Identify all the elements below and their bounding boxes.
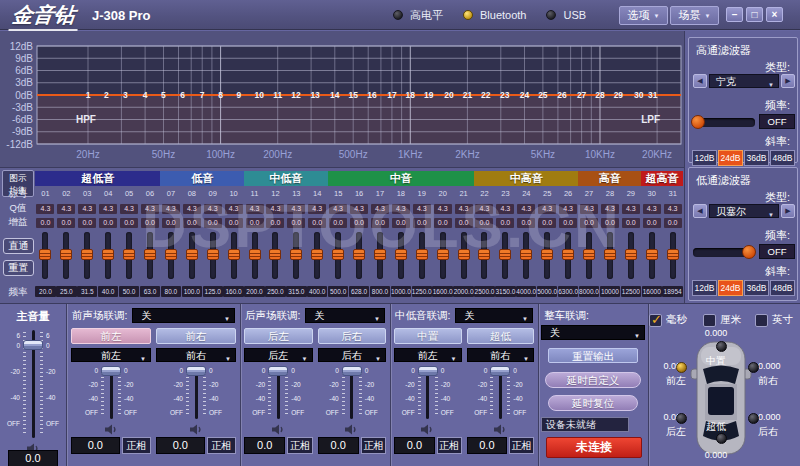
eq-fader-knob[interactable] bbox=[123, 249, 135, 260]
fader-knob[interactable] bbox=[186, 366, 206, 376]
hpf-slope-12dB[interactable]: 12dB bbox=[692, 150, 717, 166]
link-mode-select[interactable]: 关▼ bbox=[455, 308, 533, 323]
fader-knob[interactable] bbox=[490, 366, 510, 376]
eq-bypass-button[interactable]: 直通 bbox=[3, 238, 34, 254]
eq-fader-knob[interactable] bbox=[290, 249, 302, 260]
eq-fader-knob[interactable] bbox=[437, 249, 449, 260]
channel-select-button[interactable]: 中置 bbox=[394, 328, 462, 344]
channel-source-select[interactable]: 前右▼ bbox=[156, 348, 236, 362]
link-mode-select[interactable]: 关▼ bbox=[305, 308, 385, 323]
eq-fader-knob[interactable] bbox=[458, 249, 470, 260]
channel-source-select[interactable]: 前左▼ bbox=[71, 348, 151, 362]
channel-select-button[interactable]: 后右 bbox=[318, 328, 387, 344]
channel-select-button[interactable]: 前左 bbox=[71, 328, 151, 344]
channel-source-select[interactable]: 后右▼ bbox=[318, 348, 387, 362]
scenes-menu-button[interactable]: 场景 ▼ bbox=[670, 6, 719, 25]
unit-inch-checkbox[interactable] bbox=[755, 314, 768, 327]
delay-point-dot[interactable] bbox=[676, 362, 687, 373]
eq-fader-knob[interactable] bbox=[395, 249, 407, 260]
eq-fader-knob[interactable] bbox=[311, 249, 323, 260]
mute-speaker-icon[interactable] bbox=[494, 424, 507, 435]
hpf-type-next-button[interactable]: ▶ bbox=[781, 74, 795, 88]
lpf-slope-12dB[interactable]: 12dB bbox=[692, 280, 717, 296]
delay-point-dot[interactable] bbox=[716, 341, 727, 352]
eq-fader-knob[interactable] bbox=[144, 249, 156, 260]
channel-source-select[interactable]: 后左▼ bbox=[244, 348, 313, 362]
channel-select-button[interactable]: 前右 bbox=[156, 328, 236, 344]
vehicle-link-select[interactable]: 关 ▼ bbox=[541, 325, 645, 340]
mute-speaker-icon[interactable] bbox=[345, 424, 358, 435]
eq-response-graph[interactable]: 12dB9dB6dB3dB0dB-3dB-6dB-9dB-12dB20Hz50H… bbox=[0, 32, 684, 166]
link-mode-select[interactable]: 关▼ bbox=[132, 308, 235, 323]
lpf-type-prev-button[interactable]: ◀ bbox=[693, 204, 707, 218]
eq-fader-knob[interactable] bbox=[228, 249, 240, 260]
channel-select-button[interactable]: 后左 bbox=[244, 328, 313, 344]
phase-button[interactable]: 正相 bbox=[361, 437, 386, 454]
mute-speaker-icon[interactable] bbox=[190, 424, 203, 435]
eq-reset-button[interactable]: 重置 bbox=[3, 260, 34, 276]
eq-fader-knob[interactable] bbox=[249, 249, 261, 260]
eq-fader-knob[interactable] bbox=[520, 249, 532, 260]
delay-reset-button[interactable]: 延时复位 bbox=[548, 395, 638, 411]
eq-fader-knob[interactable] bbox=[374, 249, 386, 260]
eq-fader-knob[interactable] bbox=[646, 249, 658, 260]
unit-cm-checkbox[interactable] bbox=[703, 314, 716, 327]
phase-button[interactable]: 正相 bbox=[207, 437, 236, 454]
fader-knob[interactable] bbox=[418, 366, 438, 376]
eq-fader-knob[interactable] bbox=[478, 249, 490, 260]
reset-output-button[interactable]: 重置输出 bbox=[548, 348, 638, 363]
delay-point-dot[interactable] bbox=[748, 413, 759, 424]
fader-knob[interactable] bbox=[23, 340, 43, 350]
mute-speaker-icon[interactable] bbox=[105, 424, 118, 435]
eq-fader-knob[interactable] bbox=[353, 249, 365, 260]
hpf-freq-slider-knob[interactable] bbox=[691, 115, 705, 129]
eq-fader-knob[interactable] bbox=[269, 249, 281, 260]
lpf-slope-24dB[interactable]: 24dB bbox=[718, 280, 743, 296]
delay-point-dot[interactable] bbox=[716, 433, 727, 444]
eq-fader-knob[interactable] bbox=[81, 249, 93, 260]
eq-fader-knob[interactable] bbox=[102, 249, 114, 260]
eq-fader-knob[interactable] bbox=[625, 249, 637, 260]
lpf-slope-36dB[interactable]: 36dB bbox=[744, 280, 769, 296]
connect-button[interactable]: 未连接 bbox=[546, 437, 642, 458]
hpf-slope-36dB[interactable]: 36dB bbox=[744, 150, 769, 166]
fader-knob[interactable] bbox=[342, 366, 362, 376]
hpf-type-prev-button[interactable]: ◀ bbox=[693, 74, 707, 88]
delay-custom-button[interactable]: 延时自定义 bbox=[545, 372, 641, 388]
hpf-type-select[interactable]: 宁克 ▼ bbox=[709, 74, 779, 88]
mute-speaker-icon[interactable] bbox=[272, 424, 285, 435]
hpf-slope-24dB[interactable]: 24dB bbox=[718, 150, 743, 166]
window-maximize-button[interactable]: □ bbox=[746, 7, 763, 22]
eq-fader-knob[interactable] bbox=[332, 249, 344, 260]
hpf-slope-48dB[interactable]: 48dB bbox=[770, 150, 795, 166]
eq-fader-knob[interactable] bbox=[165, 249, 177, 260]
lpf-freq-slider-knob[interactable] bbox=[742, 245, 756, 259]
mute-speaker-icon[interactable] bbox=[421, 424, 434, 435]
channel-source-select[interactable]: 前左▼ bbox=[394, 348, 462, 362]
delay-point-dot[interactable] bbox=[748, 362, 759, 373]
lpf-slope-48dB[interactable]: 48dB bbox=[770, 280, 795, 296]
window-close-button[interactable]: × bbox=[766, 7, 783, 22]
fader-knob[interactable] bbox=[268, 366, 288, 376]
eq-fader-knob[interactable] bbox=[583, 249, 595, 260]
lpf-type-next-button[interactable]: ▶ bbox=[781, 204, 795, 218]
eq-fader-knob[interactable] bbox=[499, 249, 511, 260]
window-minimize-button[interactable]: – bbox=[726, 7, 743, 22]
eq-fader-knob[interactable] bbox=[39, 249, 51, 260]
phase-button[interactable]: 正相 bbox=[437, 437, 462, 454]
phase-button[interactable]: 正相 bbox=[509, 437, 534, 454]
eq-fader-knob[interactable] bbox=[667, 249, 679, 260]
eq-fader-knob[interactable] bbox=[186, 249, 198, 260]
eq-fader-knob[interactable] bbox=[207, 249, 219, 260]
eq-fader-knob[interactable] bbox=[60, 249, 72, 260]
channel-select-button[interactable]: 超低 bbox=[467, 328, 535, 344]
lpf-type-select[interactable]: 贝塞尔 ▼ bbox=[709, 204, 779, 218]
eq-fader-knob[interactable] bbox=[416, 249, 428, 260]
options-menu-button[interactable]: 选项 ▼ bbox=[619, 6, 668, 25]
unit-ms-checkbox[interactable]: ✓ bbox=[649, 314, 662, 327]
phase-button[interactable]: 正相 bbox=[122, 437, 151, 454]
fader-knob[interactable] bbox=[101, 366, 121, 376]
eq-fader-knob[interactable] bbox=[562, 249, 574, 260]
channel-source-select[interactable]: 前右▼ bbox=[467, 348, 535, 362]
eq-fader-knob[interactable] bbox=[541, 249, 553, 260]
